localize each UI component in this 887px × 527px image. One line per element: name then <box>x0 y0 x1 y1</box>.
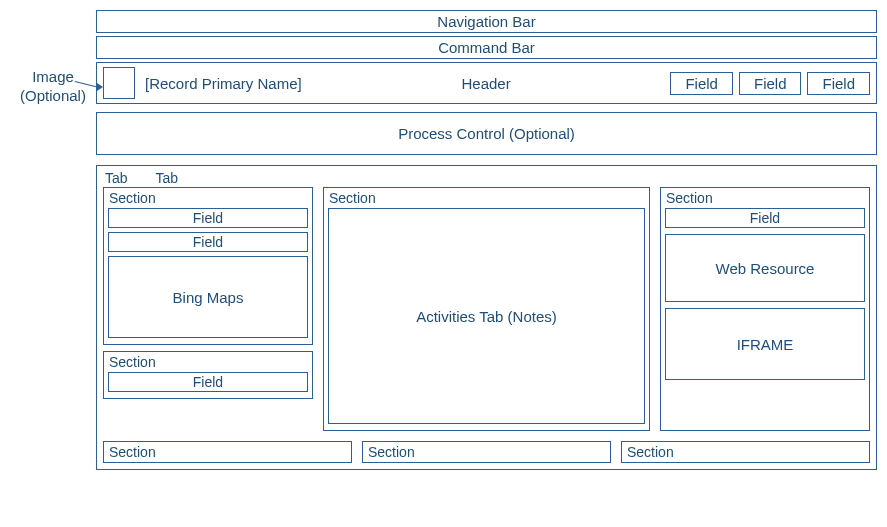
section-bottom-a: Section Field <box>103 441 352 463</box>
section-title: Section <box>367 444 606 462</box>
iframe-panel[interactable]: IFRAME <box>665 308 865 380</box>
activities-notes-panel[interactable]: Activities Tab (Notes) <box>328 208 645 424</box>
header-label: Header <box>312 75 661 92</box>
record-primary-name: [Record Primary Name] <box>145 75 302 92</box>
section-title: Section <box>108 354 308 372</box>
image-optional-label: Image (Optional) <box>10 10 96 106</box>
header-bar: [Record Primary Name] Header Field Field… <box>96 62 877 104</box>
section-title: Section <box>108 444 347 462</box>
process-control[interactable]: Process Control (Optional) <box>96 112 877 155</box>
section-title: Section <box>665 190 865 208</box>
section-left-1: Section Field Field Bing Maps <box>103 187 313 345</box>
web-resource-panel[interactable]: Web Resource <box>665 234 865 302</box>
form-body: TabTab Section Field Field Bing Maps Sec… <box>96 165 877 470</box>
header-field[interactable]: Field <box>670 72 733 95</box>
section-title: Section <box>108 190 308 208</box>
section-bottom-c: Section Field <box>621 441 870 463</box>
command-bar[interactable]: Command Bar <box>96 36 877 59</box>
header-fields: Field Field Field <box>670 72 870 95</box>
field[interactable]: Field <box>108 232 308 252</box>
field[interactable]: Field <box>108 372 308 392</box>
tab-strip: TabTab <box>103 170 870 187</box>
section-bottom-b: Section <box>362 441 611 463</box>
tab[interactable]: Tab <box>105 170 128 186</box>
arrow-head-icon <box>97 83 103 91</box>
section-left-2: Section Field <box>103 351 313 399</box>
header-field[interactable]: Field <box>807 72 870 95</box>
section-title: Section <box>626 444 865 462</box>
bing-maps-panel[interactable]: Bing Maps <box>108 256 308 338</box>
field[interactable]: Field <box>108 208 308 228</box>
tab[interactable]: Tab <box>156 170 179 186</box>
header-field[interactable]: Field <box>739 72 802 95</box>
section-right: Section Field Web Resource IFRAME <box>660 187 870 431</box>
section-middle: Section Activities Tab (Notes) <box>323 187 650 431</box>
record-image-placeholder[interactable] <box>103 67 135 99</box>
navigation-bar[interactable]: Navigation Bar <box>96 10 877 33</box>
field[interactable]: Field <box>665 208 865 228</box>
section-title: Section <box>328 190 645 208</box>
